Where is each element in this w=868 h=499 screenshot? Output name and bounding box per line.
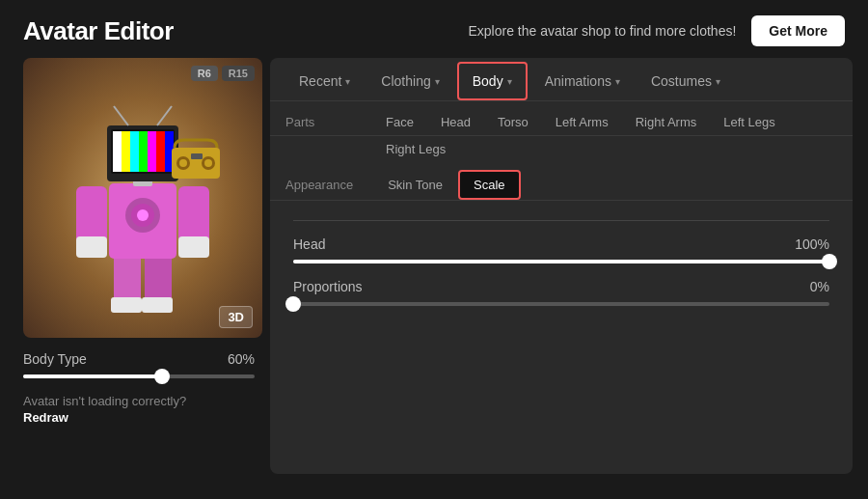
left-panel: R6 R15 bbox=[0, 58, 270, 489]
badge-r6[interactable]: R6 bbox=[191, 66, 218, 81]
badges: R6 R15 bbox=[191, 66, 255, 81]
promo-text: Explore the avatar shop to find more clo… bbox=[468, 23, 736, 39]
tab-animations[interactable]: Animations ▾ bbox=[531, 62, 634, 100]
chevron-down-icon: ▾ bbox=[716, 76, 720, 87]
parts-item-right-legs[interactable]: Right Legs bbox=[372, 136, 459, 162]
scale-proportions-label: Proportions bbox=[293, 279, 363, 294]
body-type-slider[interactable] bbox=[23, 374, 255, 378]
body-type-section: Body Type 60% bbox=[23, 351, 255, 378]
svg-rect-9 bbox=[76, 236, 107, 258]
chevron-down-icon: ▾ bbox=[615, 76, 620, 87]
parts-items: Face Head Torso Left Arms Right Arms Lef… bbox=[372, 109, 789, 135]
tab-body[interactable]: Body ▾ bbox=[457, 62, 528, 100]
appearance-tabs: Skin Tone Scale bbox=[372, 170, 520, 200]
parts-row2: Right Legs bbox=[270, 136, 853, 166]
svg-rect-15 bbox=[113, 131, 122, 172]
parts-subnav: Parts Face Head Torso Left Arms Right Ar… bbox=[270, 101, 853, 136]
parts-item-torso[interactable]: Torso bbox=[484, 109, 542, 135]
body-type-header: Body Type 60% bbox=[23, 351, 255, 367]
svg-rect-18 bbox=[139, 131, 148, 172]
svg-point-26 bbox=[179, 159, 187, 167]
chevron-down-icon: ▾ bbox=[345, 76, 350, 87]
parts-item-head[interactable]: Head bbox=[427, 109, 484, 135]
svg-line-23 bbox=[157, 106, 172, 125]
svg-rect-16 bbox=[122, 131, 130, 172]
tab-bar: Recent ▾ Clothing ▾ Body ▾ Animations ▾ … bbox=[270, 58, 853, 101]
scale-head-label: Head bbox=[293, 236, 325, 252]
scale-proportions-value: 0% bbox=[810, 279, 829, 294]
parts-label: Parts bbox=[285, 109, 372, 135]
redraw-link[interactable]: Redraw bbox=[23, 410, 255, 425]
tab-scale[interactable]: Scale bbox=[458, 170, 521, 200]
loading-error-text: Avatar isn't loading correctly? bbox=[23, 394, 186, 408]
body-type-value: 60% bbox=[228, 351, 255, 367]
header-right: Explore the avatar shop to find more clo… bbox=[468, 15, 845, 46]
svg-rect-2 bbox=[111, 297, 142, 313]
app-title: Avatar Editor bbox=[23, 16, 174, 46]
tab-recent[interactable]: Recent ▾ bbox=[285, 62, 364, 100]
scale-proportions-header: Proportions 0% bbox=[293, 279, 829, 294]
scale-head-header: Head 100% bbox=[293, 236, 829, 252]
body-type-thumb[interactable] bbox=[154, 369, 170, 384]
scale-head-value: 100% bbox=[795, 236, 829, 252]
avatar-preview: R6 R15 bbox=[23, 58, 262, 338]
proportions-slider[interactable] bbox=[293, 302, 829, 306]
tab-costumes[interactable]: Costumes ▾ bbox=[637, 62, 734, 100]
appearance-row: Appearance Skin Tone Scale bbox=[270, 166, 853, 201]
svg-rect-20 bbox=[156, 131, 165, 172]
badge-r15[interactable]: R15 bbox=[222, 66, 255, 81]
svg-rect-19 bbox=[148, 131, 156, 172]
chevron-down-icon: ▾ bbox=[435, 76, 440, 87]
svg-rect-17 bbox=[130, 131, 139, 172]
get-more-button[interactable]: Get More bbox=[751, 15, 845, 46]
head-slider-thumb[interactable] bbox=[822, 254, 837, 269]
appearance-label: Appearance bbox=[285, 170, 372, 200]
view-3d-label[interactable]: 3D bbox=[219, 306, 253, 328]
header: Avatar Editor Explore the avatar shop to… bbox=[0, 0, 868, 58]
scale-item-head: Head 100% bbox=[293, 236, 829, 263]
body-type-label: Body Type bbox=[23, 351, 87, 367]
head-slider-fill bbox=[293, 260, 829, 263]
svg-rect-29 bbox=[191, 153, 203, 159]
parts-item-left-arms[interactable]: Left Arms bbox=[542, 109, 622, 135]
loading-error: Avatar isn't loading correctly? Redraw bbox=[23, 394, 255, 425]
right-panel: Recent ▾ Clothing ▾ Body ▾ Animations ▾ … bbox=[270, 58, 853, 474]
svg-point-7 bbox=[137, 209, 149, 221]
divider bbox=[293, 220, 829, 221]
svg-rect-11 bbox=[178, 236, 209, 258]
svg-line-22 bbox=[114, 106, 128, 125]
parts-item-face[interactable]: Face bbox=[372, 109, 427, 135]
main-layout: R6 R15 bbox=[0, 58, 868, 489]
head-slider[interactable] bbox=[293, 260, 829, 263]
parts-item-left-legs[interactable]: Left Legs bbox=[710, 109, 789, 135]
scale-content: Head 100% Proportions 0% bbox=[270, 201, 853, 474]
chevron-down-icon: ▾ bbox=[507, 76, 512, 87]
body-type-fill bbox=[23, 374, 162, 378]
parts-item-right-arms[interactable]: Right Arms bbox=[622, 109, 711, 135]
avatar-character bbox=[61, 72, 225, 323]
tab-clothing[interactable]: Clothing ▾ bbox=[367, 62, 452, 100]
svg-rect-3 bbox=[142, 297, 173, 313]
proportions-slider-thumb[interactable] bbox=[285, 296, 301, 312]
scale-item-proportions: Proportions 0% bbox=[293, 279, 829, 306]
tab-skin-tone[interactable]: Skin Tone bbox=[372, 170, 458, 200]
svg-point-28 bbox=[204, 159, 212, 167]
